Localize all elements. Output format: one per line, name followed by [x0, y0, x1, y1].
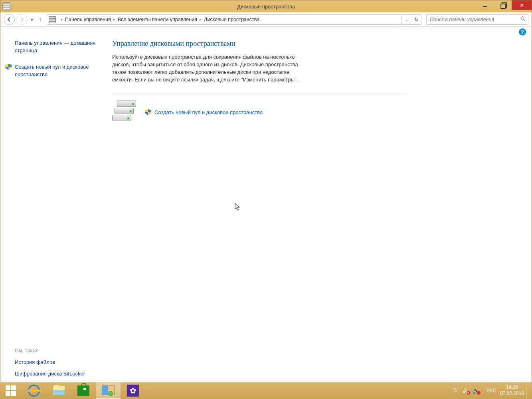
sidebar-link-file-history[interactable]: История файлов: [7, 359, 104, 365]
sidebar-link-bitlocker[interactable]: Шифрование диска BitLocker: [7, 371, 104, 377]
drive-stack-icon: [112, 101, 138, 124]
ie-icon: [27, 383, 42, 398]
volume-icon[interactable]: [472, 387, 480, 395]
control-panel-icon: [102, 385, 115, 395]
back-button[interactable]: [4, 14, 15, 25]
breadcrumb-item-control-panel[interactable]: Панель управления: [65, 17, 111, 22]
navigation-bar: ▾ ↑ ▸ Панель управления ▸ Все элементы п…: [0, 12, 532, 27]
forward-button[interactable]: [16, 14, 28, 25]
taskbar-item-control-panel[interactable]: [96, 382, 121, 399]
window-title: Дисковые пространства: [0, 4, 532, 10]
taskbar-item-file-explorer[interactable]: [46, 382, 71, 399]
store-icon: [77, 385, 89, 396]
svg-line-1: [524, 20, 525, 21]
help-icon[interactable]: ?: [519, 28, 526, 36]
page-description: Используйте дисковые пространства для со…: [112, 53, 304, 83]
address-history-button[interactable]: ⌵: [402, 14, 411, 25]
breadcrumb-separator: ▸: [200, 17, 202, 22]
content-area: Панель управления — домашняя страница Со…: [0, 37, 532, 389]
sidebar: Панель управления — домашняя страница Со…: [0, 37, 104, 389]
taskbar: РУС 14:25 07.02.2016: [0, 382, 532, 399]
network-icon[interactable]: [462, 387, 470, 395]
breadcrumb-separator: ▸: [61, 17, 63, 22]
folder-icon: [52, 386, 65, 395]
divider: [112, 93, 407, 93]
system-tray: РУС 14:25 07.02.2016: [451, 382, 532, 399]
titlebar: Дисковые пространства: [0, 0, 532, 12]
start-button[interactable]: [0, 382, 22, 399]
main-panel: Управление дисковыми пространствами Испо…: [104, 37, 532, 389]
up-button[interactable]: ↑: [36, 15, 44, 24]
see-also-heading: См. также: [7, 348, 104, 354]
taskbar-item-store[interactable]: [71, 382, 96, 399]
address-breadcrumb[interactable]: ▸ Панель управления ▸ Все элементы панел…: [47, 14, 401, 25]
clock[interactable]: 14:25 07.02.2016: [500, 384, 524, 397]
control-panel-window: Дисковые пространства ▾ ↑ ▸ Панель управ…: [0, 0, 532, 389]
search-input[interactable]: [430, 17, 518, 22]
close-button[interactable]: [512, 0, 532, 10]
search-box[interactable]: [426, 14, 528, 25]
storage-spaces-icon: [49, 16, 56, 23]
create-pool-link[interactable]: Создать новый пул и дисковое пространств…: [145, 109, 263, 115]
taskbar-item-settings[interactable]: [121, 382, 145, 399]
create-pool-row: Создать новый пул и дисковое пространств…: [112, 101, 516, 124]
refresh-button[interactable]: ↻: [411, 14, 421, 25]
clock-time: 14:25: [500, 384, 524, 391]
sidebar-link-create-pool[interactable]: Создать новый пул и дисковое пространств…: [7, 63, 104, 79]
svg-point-0: [521, 17, 524, 20]
recent-locations-button[interactable]: ▾: [29, 15, 35, 24]
input-language-indicator[interactable]: РУС: [487, 388, 496, 393]
clock-date: 07.02.2016: [500, 391, 524, 397]
create-pool-link-label: Создать новый пул и дисковое пространств…: [154, 109, 263, 115]
search-icon[interactable]: [520, 16, 526, 23]
sidebar-link-control-panel-home[interactable]: Панель управления — домашняя страница: [7, 40, 104, 55]
breadcrumb-item-storage-spaces[interactable]: Дисковые пространства: [204, 17, 259, 22]
gear-icon: [127, 385, 139, 397]
breadcrumb-item-all-items[interactable]: Все элементы панели управления: [118, 17, 197, 22]
minimize-button[interactable]: [476, 0, 494, 10]
maximize-button[interactable]: [494, 0, 512, 10]
toolbar-row: ?: [0, 27, 532, 37]
windows-logo-icon: [6, 385, 16, 396]
taskbar-item-internet-explorer[interactable]: [22, 382, 46, 399]
shield-icon: [145, 109, 151, 115]
show-desktop-button[interactable]: [526, 382, 530, 399]
page-title: Управление дисковыми пространствами: [112, 40, 516, 48]
action-center-icon[interactable]: [451, 387, 459, 395]
breadcrumb-separator: ▸: [113, 17, 115, 22]
